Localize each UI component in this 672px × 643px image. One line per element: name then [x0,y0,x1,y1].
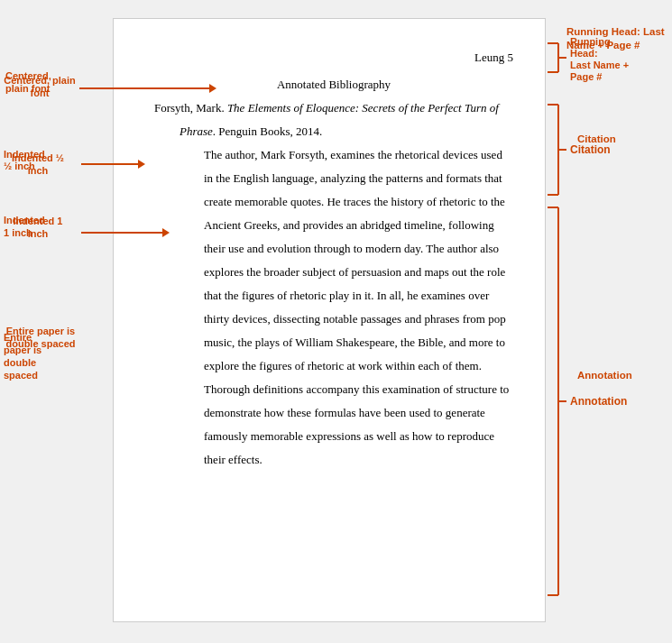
citation-title-cont: Phrase [180,124,213,138]
half-inch-label: Indented ½ inch [4,152,72,178]
citation-author: Forsyth, Mark. [154,101,227,115]
citation-publisher: . Penguin Books, 2014. [213,124,322,138]
running-head: Leung 5 [474,46,513,69]
annotation-label: Annotation [577,370,632,381]
citation-label: Citation [577,133,616,144]
annotation-block: The author, Mark Forsyth, examines the r… [154,143,513,472]
paper: Leung 5 Annotated Bibliography Forsyth, … [113,18,546,622]
centered-label: Centered, plain font [4,74,76,100]
annotation-text: The author, Mark Forsyth, examines the r… [204,143,513,472]
one-inch-label: Indented 1 inch [4,215,72,241]
double-spaced-label: Entire paper is double spaced [0,325,81,351]
bib-title: Annotated Bibliography [154,73,513,96]
citation-title-italic: The Elements of Eloquence: Secrets of th… [227,101,499,115]
running-head-label: Running Head: Last Name + Page # [566,25,670,52]
citation-block: Forsyth, Mark. The Elements of Eloquence… [154,96,513,143]
